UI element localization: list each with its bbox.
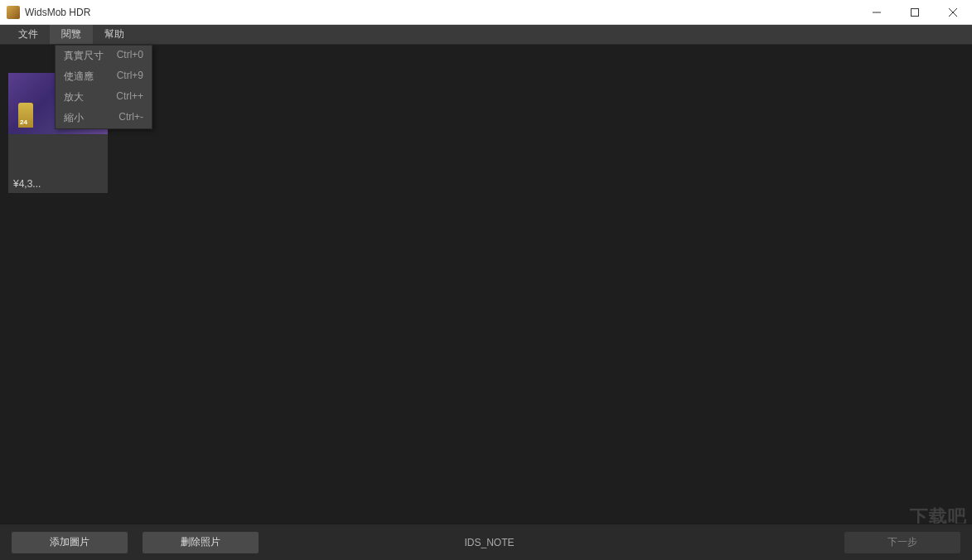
- window-title: WidsMob HDR: [25, 7, 858, 18]
- view-dropdown: 真實尺寸 Ctrl+0 使適應 Ctrl+9 放大 Ctrl++ 縮小 Ctrl…: [55, 45, 152, 129]
- dropdown-shortcut: Ctrl+-: [118, 111, 143, 125]
- add-image-button[interactable]: 添加圖片: [12, 532, 128, 553]
- svg-rect-1: [912, 8, 919, 16]
- status-note: IDS_NOTE: [149, 537, 829, 548]
- dropdown-label: 放大: [64, 90, 84, 104]
- minimize-button[interactable]: [858, 0, 896, 24]
- bottombar: 添加圖片 删除照片 IDS_NOTE 下一步: [0, 524, 972, 560]
- menu-file[interactable]: 文件: [7, 25, 50, 44]
- dropdown-label: 使適應: [64, 70, 94, 84]
- dropdown-item-zoom-in[interactable]: 放大 Ctrl++: [56, 87, 152, 108]
- dropdown-shortcut: Ctrl+9: [117, 70, 143, 84]
- dropdown-shortcut: Ctrl++: [116, 90, 143, 104]
- next-button[interactable]: 下一步: [844, 532, 960, 553]
- menu-view[interactable]: 閱覽: [50, 25, 93, 44]
- app-icon: [7, 6, 20, 19]
- dropdown-item-actual-size[interactable]: 真實尺寸 Ctrl+0: [56, 46, 152, 66]
- dropdown-item-fit[interactable]: 使適應 Ctrl+9: [56, 66, 152, 87]
- dropdown-item-zoom-out[interactable]: 縮小 Ctrl+-: [56, 108, 152, 128]
- dropdown-shortcut: Ctrl+0: [117, 49, 143, 63]
- menubar: 文件 閱覽 幫助: [0, 25, 972, 45]
- maximize-icon: [911, 8, 919, 17]
- maximize-button[interactable]: [896, 0, 934, 24]
- window-controls: [858, 0, 972, 24]
- dropdown-label: 真實尺寸: [64, 49, 104, 63]
- menu-help[interactable]: 幫助: [93, 25, 136, 44]
- titlebar: WidsMob HDR: [0, 0, 972, 25]
- thumbnail-caption: ¥4,3...: [13, 178, 41, 190]
- minimize-icon: [873, 8, 881, 17]
- close-button[interactable]: [934, 0, 972, 24]
- close-icon: [949, 8, 957, 17]
- dropdown-label: 縮小: [64, 111, 84, 125]
